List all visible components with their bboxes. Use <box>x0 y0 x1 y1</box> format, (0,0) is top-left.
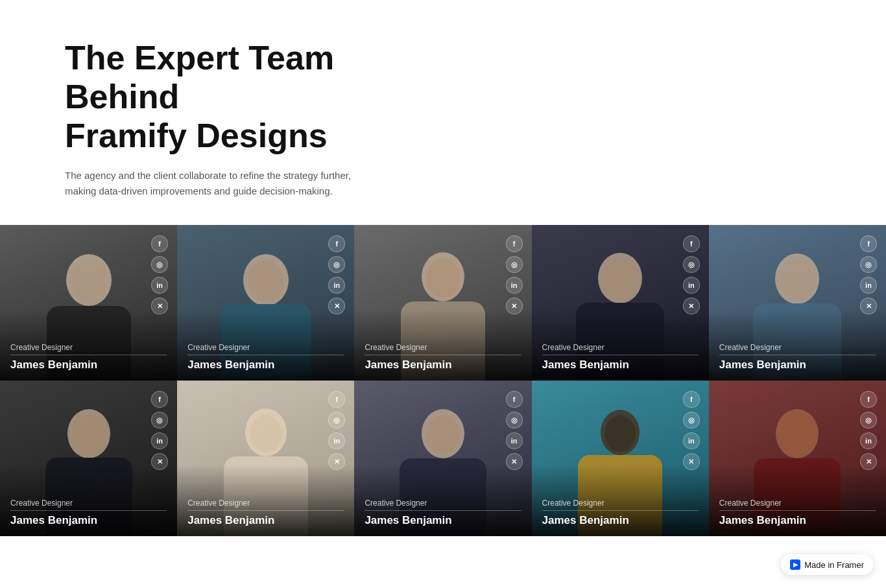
card-role: Creative Designer <box>10 343 167 352</box>
card-name: James Benjamin <box>719 514 876 527</box>
facebook-icon[interactable]: f <box>683 235 700 252</box>
card-divider <box>10 510 167 511</box>
linkedin-icon[interactable]: in <box>328 432 345 449</box>
linkedin-icon[interactable]: in <box>328 277 345 294</box>
card-divider <box>187 355 344 355</box>
linkedin-icon[interactable]: in <box>506 432 523 449</box>
linkedin-icon[interactable]: in <box>506 277 523 294</box>
social-icons-col: f ◎ in ✕ <box>683 391 700 470</box>
card-name: James Benjamin <box>187 514 344 527</box>
team-card[interactable]: f ◎ in ✕ Creative Designer James Benjami… <box>709 225 886 381</box>
linkedin-icon[interactable]: in <box>860 277 877 294</box>
framer-badge[interactable]: ▶ Made in Framer <box>781 554 873 575</box>
instagram-icon[interactable]: ◎ <box>151 256 168 273</box>
team-card[interactable]: f ◎ in ✕ Creative Designer James Benjami… <box>532 225 709 381</box>
twitter-icon[interactable]: ✕ <box>683 298 700 314</box>
twitter-icon[interactable]: ✕ <box>506 298 523 314</box>
card-divider <box>365 510 521 511</box>
svg-point-20 <box>250 415 282 453</box>
twitter-icon[interactable]: ✕ <box>151 453 168 470</box>
svg-point-14 <box>780 260 815 300</box>
card-role: Creative Designer <box>719 343 876 352</box>
card-text: Creative Designer James Benjamin <box>354 491 531 536</box>
instagram-icon[interactable]: ◎ <box>683 412 700 429</box>
facebook-icon[interactable]: f <box>328 391 345 408</box>
twitter-icon[interactable]: ✕ <box>683 453 700 470</box>
card-name: James Benjamin <box>365 359 521 371</box>
svg-point-8 <box>426 259 460 298</box>
card-divider <box>542 355 699 355</box>
facebook-icon[interactable]: f <box>860 391 877 408</box>
header-subtitle: The agency and the client collaborate to… <box>65 168 376 199</box>
card-text: Creative Designer James Benjamin <box>0 491 177 536</box>
linkedin-icon[interactable]: in <box>151 277 168 294</box>
linkedin-icon[interactable]: in <box>151 432 168 449</box>
instagram-icon[interactable]: ◎ <box>151 412 168 429</box>
linkedin-icon[interactable]: in <box>860 432 877 449</box>
card-divider <box>10 355 167 355</box>
social-icons-col: f ◎ in ✕ <box>506 391 523 470</box>
team-card[interactable]: f ◎ in ✕ Creative Designer James Benjami… <box>177 381 354 536</box>
facebook-icon[interactable]: f <box>860 235 877 252</box>
twitter-icon[interactable]: ✕ <box>860 453 877 470</box>
svg-point-11 <box>603 259 638 300</box>
twitter-icon[interactable]: ✕ <box>506 453 523 470</box>
card-name: James Benjamin <box>542 514 699 527</box>
card-text: Creative Designer James Benjamin <box>709 335 886 381</box>
social-icons-col: f ◎ in ✕ <box>151 235 168 314</box>
facebook-icon[interactable]: f <box>506 391 523 408</box>
instagram-icon[interactable]: ◎ <box>860 412 877 429</box>
card-role: Creative Designer <box>365 499 521 508</box>
team-card[interactable]: f ◎ in ✕ Creative Designer James Benjami… <box>354 225 531 381</box>
team-card[interactable]: f ◎ in ✕ Creative Designer James Benjami… <box>0 381 177 536</box>
card-name: James Benjamin <box>10 359 167 371</box>
card-divider <box>187 510 344 511</box>
instagram-icon[interactable]: ◎ <box>506 256 523 273</box>
card-divider <box>719 510 876 511</box>
social-icons-col: f ◎ in ✕ <box>328 391 345 470</box>
team-card[interactable]: f ◎ in ✕ Creative Designer James Benjami… <box>354 381 531 536</box>
team-grid: f ◎ in ✕ Creative Designer James Benjami… <box>0 225 886 536</box>
svg-point-26 <box>605 416 636 452</box>
card-text: Creative Designer James Benjamin <box>354 335 531 381</box>
social-icons-col: f ◎ in ✕ <box>506 235 523 314</box>
instagram-icon[interactable]: ◎ <box>328 412 345 429</box>
framer-badge-label: Made in Framer <box>804 560 864 570</box>
svg-point-5 <box>248 261 284 302</box>
instagram-icon[interactable]: ◎ <box>860 256 877 273</box>
team-card[interactable]: f ◎ in ✕ Creative Designer James Benjami… <box>0 225 177 381</box>
linkedin-icon[interactable]: in <box>683 277 700 294</box>
facebook-icon[interactable]: f <box>328 235 345 252</box>
card-name: James Benjamin <box>187 359 344 371</box>
social-icons-col: f ◎ in ✕ <box>683 235 700 314</box>
team-card[interactable]: f ◎ in ✕ Creative Designer James Benjami… <box>709 381 886 536</box>
facebook-icon[interactable]: f <box>683 391 700 408</box>
instagram-icon[interactable]: ◎ <box>506 412 523 429</box>
card-name: James Benjamin <box>542 359 699 371</box>
card-name: James Benjamin <box>365 514 521 527</box>
social-icons-col: f ◎ in ✕ <box>328 235 345 314</box>
facebook-icon[interactable]: f <box>151 235 168 252</box>
header-section: The Expert Team Behind Framify Designs T… <box>0 0 886 225</box>
twitter-icon[interactable]: ✕ <box>328 453 345 470</box>
facebook-icon[interactable]: f <box>506 235 523 252</box>
instagram-icon[interactable]: ◎ <box>683 256 700 273</box>
card-text: Creative Designer James Benjamin <box>532 491 709 536</box>
linkedin-icon[interactable]: in <box>683 432 700 449</box>
twitter-icon[interactable]: ✕ <box>860 298 877 314</box>
instagram-icon[interactable]: ◎ <box>328 256 345 273</box>
team-card[interactable]: f ◎ in ✕ Creative Designer James Benjami… <box>177 225 354 381</box>
team-card[interactable]: f ◎ in ✕ Creative Designer James Benjami… <box>532 381 709 536</box>
card-role: Creative Designer <box>187 343 344 352</box>
facebook-icon[interactable]: f <box>151 391 168 408</box>
card-role: Creative Designer <box>365 343 521 352</box>
card-text: Creative Designer James Benjamin <box>177 335 354 381</box>
twitter-icon[interactable]: ✕ <box>328 298 345 314</box>
card-divider <box>719 355 876 355</box>
card-role: Creative Designer <box>10 499 167 508</box>
card-text: Creative Designer James Benjamin <box>0 335 177 381</box>
card-divider <box>365 355 521 355</box>
card-name: James Benjamin <box>719 359 876 371</box>
card-role: Creative Designer <box>719 499 876 508</box>
twitter-icon[interactable]: ✕ <box>151 298 168 314</box>
